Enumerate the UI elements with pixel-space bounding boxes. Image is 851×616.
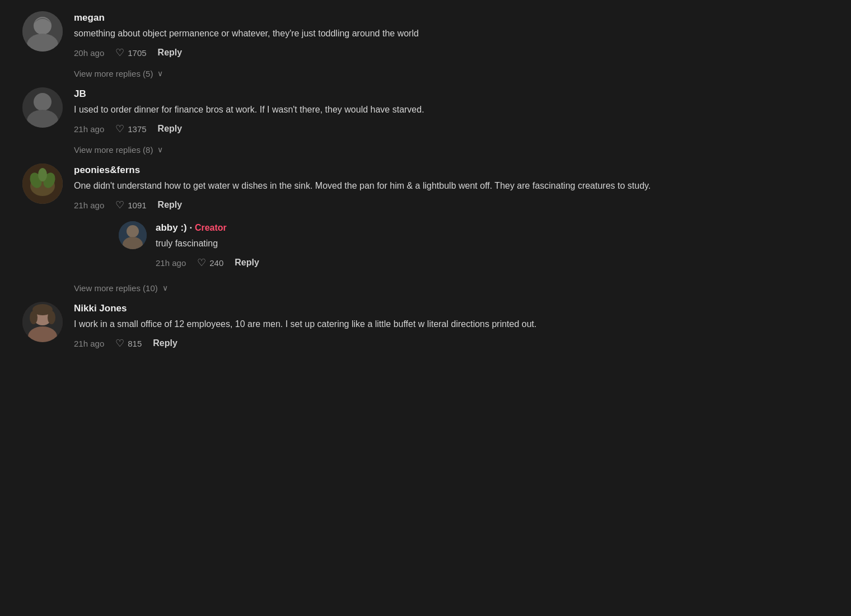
comment-body-jb: JB I used to order dinner for finance br… bbox=[74, 87, 750, 136]
heart-icon-peonies[interactable]: ♡ bbox=[115, 198, 124, 212]
comment-meta-megan: 20h ago ♡ 1705 Reply bbox=[74, 46, 750, 60]
comment-peonies: peonies&ferns One didn't understand how … bbox=[22, 164, 750, 274]
heart-icon-megan[interactable]: ♡ bbox=[115, 46, 124, 60]
reply-button-nikki[interactable]: Reply bbox=[153, 338, 177, 348]
abby-name: abby :) bbox=[156, 222, 187, 233]
username-nikki: Nikki Jones bbox=[74, 302, 750, 315]
comment-meta-nikki: 21h ago ♡ 815 Reply bbox=[74, 337, 750, 351]
comment-meta-peonies: 21h ago ♡ 1091 Reply bbox=[74, 198, 750, 212]
timestamp-jb: 21h ago bbox=[74, 123, 104, 135]
svg-point-12 bbox=[127, 225, 139, 237]
reply-button-jb[interactable]: Reply bbox=[158, 124, 183, 134]
comment-text-jb: I used to order dinner for finance bros … bbox=[74, 103, 750, 116]
timestamp-abby: 21h ago bbox=[156, 257, 186, 269]
like-section-megan: ♡ 1705 bbox=[115, 46, 146, 60]
like-count-megan: 1705 bbox=[128, 47, 146, 59]
view-replies-label-megan: View more replies (5) bbox=[74, 68, 153, 80]
view-replies-label-peonies: View more replies (10) bbox=[74, 282, 158, 294]
svg-point-19 bbox=[48, 311, 55, 324]
comment-body-peonies: peonies&ferns One didn't understand how … bbox=[74, 164, 750, 274]
reply-button-abby[interactable]: Reply bbox=[235, 258, 259, 268]
comment-abby: abby :) · Creator truly fascinating 21h … bbox=[119, 221, 750, 270]
chevron-down-icon-peonies: ∨ bbox=[162, 283, 168, 294]
comment-meta-jb: 21h ago ♡ 1375 Reply bbox=[74, 122, 750, 136]
comment-text-peonies: One didn't understand how to get water w… bbox=[74, 179, 750, 193]
like-count-nikki: 815 bbox=[128, 338, 142, 349]
like-count-jb: 1375 bbox=[128, 123, 146, 135]
like-section-jb: ♡ 1375 bbox=[115, 122, 146, 136]
like-section-nikki: ♡ 815 bbox=[115, 337, 142, 351]
username-peonies: peonies&ferns bbox=[74, 164, 750, 177]
avatar-peonies bbox=[22, 164, 63, 204]
view-replies-jb[interactable]: View more replies (8) ∨ bbox=[74, 144, 750, 156]
svg-point-1 bbox=[34, 17, 52, 35]
creator-badge: Creator bbox=[195, 223, 227, 232]
reply-button-peonies[interactable]: Reply bbox=[158, 200, 183, 210]
svg-point-18 bbox=[30, 311, 38, 324]
username-jb: JB bbox=[74, 87, 750, 101]
avatar-megan bbox=[22, 11, 63, 52]
timestamp-nikki: 21h ago bbox=[74, 338, 104, 349]
comment-body-megan: megan something about object permanence … bbox=[74, 11, 750, 60]
comment-text-megan: something about object permanence or wha… bbox=[74, 27, 750, 40]
svg-point-10 bbox=[38, 168, 47, 181]
dot-separator: · bbox=[189, 222, 194, 233]
heart-icon-nikki[interactable]: ♡ bbox=[115, 337, 124, 351]
reply-button-megan[interactable]: Reply bbox=[158, 48, 183, 58]
view-replies-megan[interactable]: View more replies (5) ∨ bbox=[74, 68, 750, 80]
timestamp-peonies: 21h ago bbox=[74, 199, 104, 211]
svg-point-4 bbox=[34, 93, 52, 111]
username-megan: megan bbox=[74, 11, 750, 25]
view-replies-label-jb: View more replies (8) bbox=[74, 144, 153, 156]
chevron-down-icon-jb: ∨ bbox=[157, 144, 163, 156]
comment-thread: megan something about object permanence … bbox=[22, 11, 750, 351]
comment-text-nikki: I work in a small office of 12 employees… bbox=[74, 318, 750, 331]
heart-icon-abby[interactable]: ♡ bbox=[197, 256, 206, 270]
avatar-abby bbox=[119, 221, 147, 249]
comment-megan: megan something about object permanence … bbox=[22, 11, 750, 60]
comment-jb: JB I used to order dinner for finance br… bbox=[22, 87, 750, 136]
timestamp-megan: 20h ago bbox=[74, 47, 104, 59]
like-count-abby: 240 bbox=[209, 257, 223, 269]
comment-body-abby: abby :) · Creator truly fascinating 21h … bbox=[156, 221, 750, 270]
comment-body-nikki: Nikki Jones I work in a small office of … bbox=[74, 302, 750, 351]
chevron-down-icon-megan: ∨ bbox=[157, 68, 163, 80]
username-abby: abby :) · Creator bbox=[156, 221, 750, 235]
nested-reply-abby: abby :) · Creator truly fascinating 21h … bbox=[119, 221, 750, 270]
avatar-nikki bbox=[22, 302, 63, 342]
avatar-jb bbox=[22, 87, 63, 128]
comment-meta-abby: 21h ago ♡ 240 Reply bbox=[156, 256, 750, 270]
like-count-peonies: 1091 bbox=[128, 199, 146, 211]
view-replies-peonies[interactable]: View more replies (10) ∨ bbox=[74, 282, 750, 294]
heart-icon-jb[interactable]: ♡ bbox=[115, 122, 124, 136]
like-section-peonies: ♡ 1091 bbox=[115, 198, 146, 212]
comment-text-abby: truly fascinating bbox=[156, 237, 750, 250]
like-section-abby: ♡ 240 bbox=[197, 256, 223, 270]
comment-nikki: Nikki Jones I work in a small office of … bbox=[22, 302, 750, 351]
